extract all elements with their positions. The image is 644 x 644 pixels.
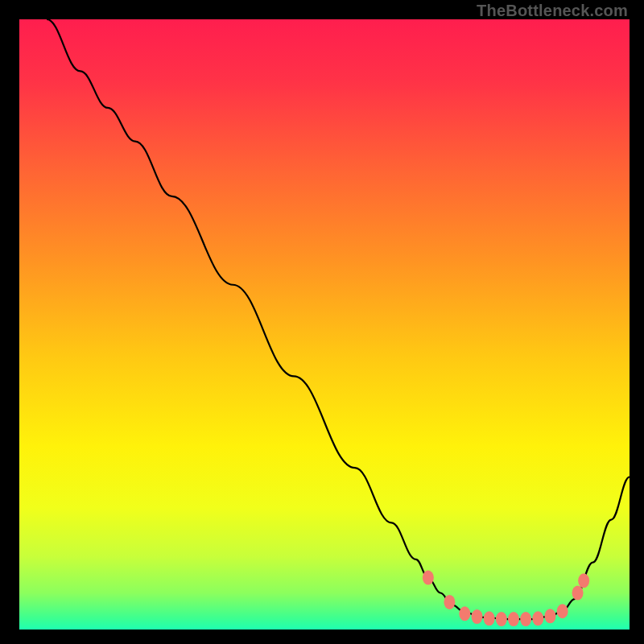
plot-area [19,19,630,630]
data-marker [508,612,519,626]
data-marker [484,611,495,625]
data-marker [496,612,507,626]
data-marker [520,612,531,626]
data-marker [423,571,434,585]
chart-container: TheBottleneck.com [0,0,644,644]
data-marker [544,609,555,623]
watermark-text: TheBottleneck.com [477,2,628,20]
data-marker [532,611,543,625]
data-marker [444,595,455,609]
data-marker [572,586,584,601]
data-marker [472,609,483,624]
marker-group [423,571,589,627]
bottleneck-curve [47,19,630,619]
data-marker [459,606,470,621]
data-marker [578,573,589,588]
data-marker [557,604,568,618]
curve-layer [19,19,630,630]
